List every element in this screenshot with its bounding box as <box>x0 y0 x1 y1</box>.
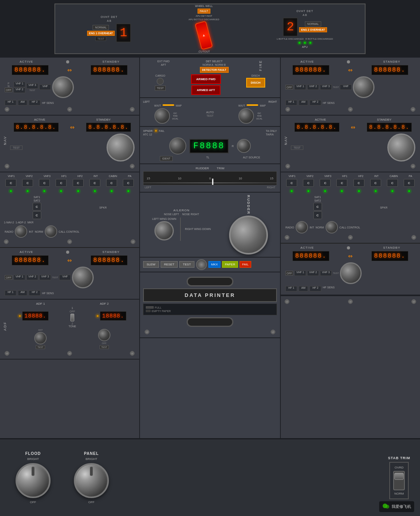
r-sat1-c-btn[interactable]: C <box>313 203 322 211</box>
r-audio-c-btn-3[interactable]: C <box>320 179 331 187</box>
rudder-trim-wheel[interactable] <box>229 216 268 254</box>
off-switch-right2[interactable]: OFF <box>285 271 293 276</box>
hf1-btn-right[interactable]: HF 1 <box>285 100 297 105</box>
hf1-btn-left2[interactable]: HF 1 <box>5 290 16 296</box>
audio-c-btn-int[interactable]: C <box>89 179 100 187</box>
r-audio-c-btn-8[interactable]: C <box>404 179 415 187</box>
left-transfer-arrow[interactable]: ⇔ <box>67 67 72 73</box>
nav-test-btn-right[interactable]: TEST <box>291 146 303 150</box>
adf-knob-2[interactable] <box>98 329 110 341</box>
nav-test-btn-left[interactable]: TEST <box>10 146 23 150</box>
right-vhf-knob[interactable] <box>353 76 374 98</box>
hf2-btn-left2[interactable]: HF 2 <box>29 290 40 296</box>
cargo-test-btn[interactable]: TEST <box>155 86 166 91</box>
r-audio-c-btn-7[interactable]: C <box>387 179 398 187</box>
vhf2-btn-right2[interactable]: VHF 2 <box>307 270 319 276</box>
audio-c-btn-hf2[interactable]: C <box>73 179 84 187</box>
trim-control-knob[interactable] <box>196 259 207 270</box>
vhf-btn-left[interactable]: VHF <box>39 84 51 90</box>
left-vhf2-transfer-arrow[interactable]: ⇔ <box>67 257 72 263</box>
audio-c-btn-hf1[interactable]: C <box>56 179 66 187</box>
r-audio-vol-knob[interactable] <box>296 221 308 233</box>
vhf1-btn-left2[interactable]: VHF 1 <box>14 275 25 280</box>
vhf-btn-left2[interactable]: VHF <box>59 275 71 280</box>
off-switch-right[interactable]: OFF <box>285 85 293 90</box>
reset-btn[interactable]: RESET <box>161 261 178 268</box>
audio-c-btn-vhf2[interactable]: C <box>22 179 33 187</box>
r-audio-c-btn-4[interactable]: C <box>336 179 347 187</box>
wx-gain-knob-r[interactable] <box>238 108 254 124</box>
disch-btn[interactable]: DISCH <box>246 78 265 88</box>
stab-trim-switch[interactable] <box>393 471 405 490</box>
flood-knob[interactable] <box>16 463 51 498</box>
audio-c-btn-pa[interactable]: C <box>123 179 134 187</box>
armed-fwd-btn[interactable]: ARMED FWD <box>191 74 221 84</box>
normal-btn-right[interactable]: NORMAL <box>305 21 321 26</box>
r-audio-int-knob[interactable] <box>326 221 338 233</box>
mkx-btn[interactable]: MKX <box>208 261 220 268</box>
adf-knob-1[interactable] <box>34 332 47 344</box>
xpndr-knob-2[interactable] <box>237 139 251 153</box>
audio-c-btn-vhf1[interactable]: C <box>5 179 16 187</box>
hf2-btn-left[interactable]: HF 2 <box>29 100 40 105</box>
vhf3-btn-left[interactable]: VHF 3 <box>26 83 38 89</box>
r-audio-c-btn-6[interactable]: C <box>370 179 381 187</box>
left-nav-transfer-arrow[interactable]: ⇔ <box>70 124 75 130</box>
adf-selector-knob[interactable] <box>70 314 74 321</box>
am-btn-left[interactable]: AM <box>18 100 27 105</box>
fire-handle-1[interactable]: 1 <box>116 23 131 42</box>
vhf3-btn-right2[interactable]: VHF 3 <box>320 270 332 276</box>
test-trim-btn[interactable]: TEST <box>179 261 194 268</box>
vhf3-btn-right[interactable]: VHF 3 <box>320 84 332 90</box>
fire-handle-apu[interactable]: A <box>195 21 213 50</box>
sat1-c-btn-left[interactable]: C <box>33 203 41 211</box>
audio-c-btn-vhf3[interactable]: C <box>39 179 50 187</box>
cargo-knob[interactable] <box>157 78 164 85</box>
off-switch-left2[interactable]: OFF <box>5 275 12 280</box>
adf-test-btn[interactable]: TEST <box>36 345 45 349</box>
vhf1-btn-right[interactable]: VHF 1 <box>294 84 306 90</box>
left-nav-knob[interactable] <box>107 133 135 161</box>
right-nav-transfer-arrow[interactable]: ⇔ <box>351 124 355 130</box>
slew-btn[interactable]: SLEW <box>143 261 159 268</box>
aileron-trim-wheel[interactable] <box>154 221 174 240</box>
adf-test-btn-2[interactable]: TEST <box>100 345 108 349</box>
am-btn-right[interactable]: AM <box>299 100 308 105</box>
audio-c-btn-cabin[interactable]: C <box>106 179 117 187</box>
fault-btn[interactable]: FAULT <box>198 9 210 14</box>
hf2-btn-right[interactable]: HF 2 <box>310 100 321 105</box>
right-vhf2-transfer-arrow[interactable]: ⇔ <box>348 253 353 259</box>
printer-handle-top[interactable] <box>187 277 233 286</box>
normal-btn-left[interactable]: NORMAL <box>93 25 109 30</box>
fail-btn[interactable]: FAIL <box>240 261 251 268</box>
right-transfer-arrow[interactable]: ⇔ <box>348 67 353 73</box>
panel-knob[interactable] <box>74 463 109 498</box>
fire-handle-2[interactable]: 2 <box>283 18 298 37</box>
r-audio-c-btn-5[interactable]: C <box>354 179 364 187</box>
sat2-c-btn-left[interactable]: C <box>33 211 41 219</box>
right-nav-knob[interactable] <box>387 133 415 161</box>
r-sat2-c-btn[interactable]: C <box>313 211 322 219</box>
r-audio-c-btn-1[interactable]: C <box>286 179 297 187</box>
left-vhf-knob[interactable] <box>52 76 74 98</box>
xpndr-mode-knob[interactable] <box>169 137 186 154</box>
vhf3-btn-left2[interactable]: VHF 3 <box>39 275 51 280</box>
audio-vol-knob-left[interactable] <box>15 225 27 238</box>
vhf2-btn-left2[interactable]: VHF 2 <box>26 275 38 280</box>
printer-handle-bottom[interactable] <box>187 317 233 327</box>
hf1-btn-left[interactable]: HF 1 <box>5 100 16 105</box>
left-vhf2-knob[interactable] <box>72 267 94 288</box>
right-vhf2-knob[interactable] <box>340 262 362 284</box>
audio-int-knob-left[interactable] <box>45 225 57 238</box>
off-switch-left[interactable]: OFF <box>5 88 12 92</box>
vhf1-btn-right2[interactable]: VHF 1 <box>294 270 306 276</box>
armed-aft-btn[interactable]: ARMED AFT <box>191 85 220 95</box>
vhf1-btn-left[interactable]: VHF 1 <box>14 82 25 87</box>
am-btn-left2[interactable]: AM <box>18 290 27 296</box>
vhf2-btn-right[interactable]: VHF 2 <box>307 84 319 90</box>
r-audio-c-btn-2[interactable]: C <box>303 179 314 187</box>
test-btn-left[interactable]: TEST <box>95 37 106 41</box>
ident-btn[interactable]: IDENT <box>160 156 173 161</box>
vhf2-btn-left[interactable]: VHF 2 <box>14 88 25 93</box>
paper-btn[interactable]: PAPER <box>222 261 238 268</box>
